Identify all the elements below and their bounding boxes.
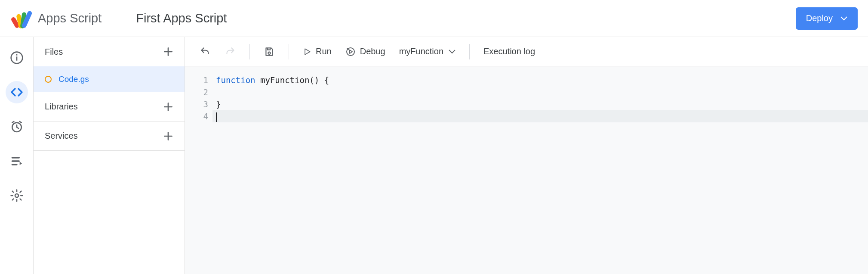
svg-point-9 — [268, 52, 270, 54]
editor-button[interactable] — [6, 81, 28, 103]
selected-function-name: myFunction — [399, 47, 443, 56]
toolbar-separator — [249, 44, 250, 59]
plus-icon — [163, 46, 174, 57]
deploy-button[interactable]: Deploy — [796, 7, 858, 30]
files-pane: Files Code.gs Libraries Services — [34, 37, 185, 274]
app-logo-wrap[interactable]: Apps Script — [10, 8, 102, 29]
execution-log-button[interactable]: Execution log — [477, 43, 541, 60]
function-selector[interactable]: myFunction — [393, 43, 462, 60]
code-line[interactable] — [216, 86, 329, 98]
services-label: Services — [45, 131, 78, 141]
svg-rect-6 — [16, 54, 17, 56]
redo-icon — [225, 46, 236, 57]
project-title[interactable]: First Apps Script — [136, 11, 227, 25]
libraries-label: Libraries — [45, 102, 78, 112]
deploy-label: Deploy — [806, 13, 833, 23]
plus-icon — [163, 101, 174, 112]
debug-label: Debug — [360, 47, 385, 56]
run-label: Run — [316, 47, 332, 56]
debug-icon — [345, 47, 356, 57]
files-label: Files — [45, 47, 63, 57]
info-icon — [10, 51, 24, 65]
line-number-gutter: 1 2 3 4 — [185, 74, 216, 274]
add-library-button[interactable] — [160, 98, 177, 115]
file-name: Code.gs — [58, 75, 89, 84]
toolbar-separator — [469, 44, 470, 59]
undo-icon — [200, 46, 211, 57]
add-service-button[interactable] — [160, 128, 177, 145]
chevron-down-icon — [840, 16, 847, 21]
services-section-header: Services — [34, 121, 185, 151]
save-icon — [264, 46, 275, 57]
line-number: 3 — [185, 98, 208, 110]
app-name: Apps Script — [38, 11, 102, 25]
overview-button[interactable] — [6, 47, 28, 69]
code-line[interactable] — [216, 110, 329, 122]
code-editor[interactable]: 1 2 3 4 function myFunction() { } — [185, 66, 868, 274]
header: Apps Script First Apps Script Deploy — [0, 0, 868, 37]
files-section-header: Files — [34, 37, 185, 66]
editor-main: Run Debug myFunction Execution log 1 2 3… — [185, 37, 868, 274]
file-item-code-gs[interactable]: Code.gs — [34, 66, 185, 92]
text-cursor — [216, 112, 217, 122]
editor-toolbar: Run Debug myFunction Execution log — [185, 37, 868, 66]
left-rail — [0, 37, 34, 274]
code-line[interactable]: } — [216, 98, 329, 110]
chevron-down-icon — [449, 50, 456, 54]
run-button[interactable]: Run — [297, 43, 338, 60]
code-icon — [10, 85, 24, 99]
svg-point-8 — [15, 194, 18, 197]
executions-icon — [10, 154, 24, 168]
line-number: 2 — [185, 86, 208, 98]
libraries-section-header: Libraries — [34, 92, 185, 121]
svg-rect-5 — [16, 56, 17, 60]
settings-button[interactable] — [6, 184, 28, 207]
debug-button[interactable]: Debug — [339, 43, 391, 60]
triggers-button[interactable] — [6, 115, 28, 138]
redo-button[interactable] — [219, 43, 242, 61]
body: Files Code.gs Libraries Services — [0, 37, 868, 274]
toolbar-separator — [289, 44, 289, 59]
executions-button[interactable] — [6, 150, 28, 172]
execution-log-label: Execution log — [483, 47, 535, 56]
add-file-button[interactable] — [160, 43, 177, 60]
code-line[interactable]: function myFunction() { — [216, 74, 329, 86]
line-number: 4 — [185, 110, 208, 122]
plus-icon — [163, 131, 174, 142]
clock-icon — [10, 120, 24, 134]
apps-script-logo-icon — [10, 8, 32, 29]
play-icon — [303, 47, 311, 56]
undo-button[interactable] — [194, 43, 217, 61]
unsaved-indicator-icon — [45, 76, 52, 83]
line-number: 1 — [185, 74, 208, 86]
gear-icon — [10, 189, 24, 202]
code-content[interactable]: function myFunction() { } — [216, 74, 329, 274]
save-button[interactable] — [258, 43, 281, 61]
